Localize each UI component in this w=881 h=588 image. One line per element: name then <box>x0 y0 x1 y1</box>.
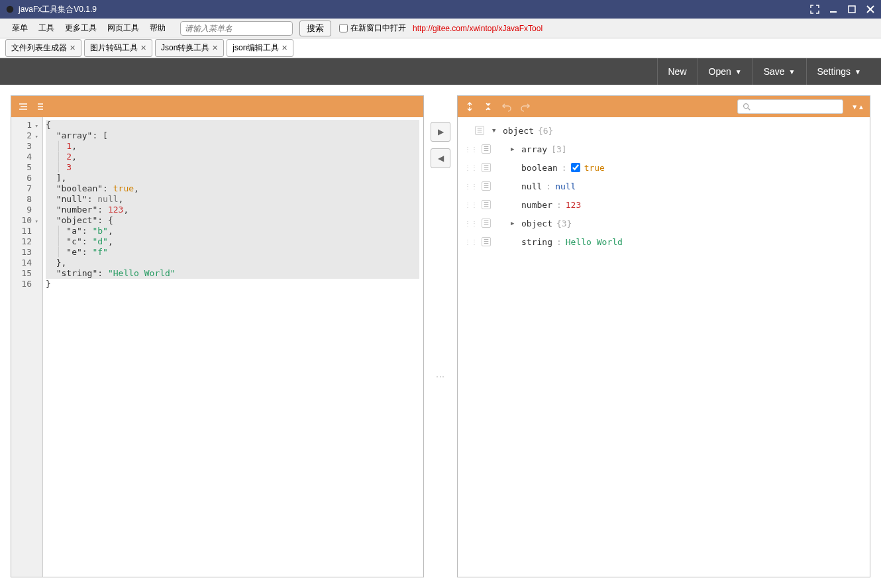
collapse-all-icon[interactable] <box>482 100 495 113</box>
tree-search-input[interactable] <box>737 99 843 114</box>
tree-value: 123 <box>566 200 581 210</box>
tree-meta: [3] <box>551 144 566 154</box>
editor-menu-bar: New Open▼ Save▼ Settings▼ <box>0 58 881 85</box>
close-icon[interactable]: ✕ <box>140 44 146 52</box>
close-icon[interactable] <box>865 4 876 15</box>
drag-handle-icon[interactable]: ⋮⋮ <box>464 146 478 153</box>
chevron-down-icon: ▼ <box>735 68 742 75</box>
tab[interactable]: 文件列表生成器✕ <box>5 39 81 57</box>
format-icon[interactable] <box>17 100 30 113</box>
expand-all-icon[interactable] <box>463 100 476 113</box>
tab[interactable]: Json转换工具✕ <box>155 39 224 57</box>
settings-button[interactable]: Settings▼ <box>806 58 872 85</box>
drag-handle-icon[interactable]: ⋮⋮ <box>464 238 478 246</box>
code-area[interactable]: { "array": [ │ 1, │ 2, │ 3 ], "boolean":… <box>43 117 423 577</box>
code-pane: 1▾2▾345678910▾111213141516 { "array": [ … <box>11 95 424 577</box>
context-menu-icon[interactable]: ☰ <box>482 200 491 209</box>
minimize-icon[interactable] <box>828 4 839 15</box>
app-icon <box>5 5 15 14</box>
svg-point-0 <box>7 6 14 13</box>
context-menu-icon[interactable]: ☰ <box>482 163 491 172</box>
tree-toolbar: ▼▲ <box>458 96 870 117</box>
code-toolbar <box>11 96 423 117</box>
context-menu-icon[interactable]: ☰ <box>482 219 491 228</box>
open-button[interactable]: Open▼ <box>698 58 752 85</box>
tab[interactable]: json编辑工具✕ <box>227 39 293 57</box>
tab[interactable]: 图片转码工具✕ <box>84 39 152 57</box>
close-icon[interactable]: ✕ <box>282 44 287 52</box>
json-tree[interactable]: ☰▼object {6}⋮⋮☰▶array [3]⋮⋮☰boolean : tr… <box>458 117 870 577</box>
tab-bar: 文件列表生成器✕图片转码工具✕Json转换工具✕json编辑工具✕ <box>0 38 881 58</box>
svg-line-12 <box>748 108 751 111</box>
workspace: 1▾2▾345678910▾111213141516 { "array": [ … <box>0 85 881 588</box>
expand-icon[interactable]: ▶ <box>511 146 517 152</box>
tree-key: array <box>521 144 547 154</box>
checkbox-label: 在新窗口中打开 <box>350 23 406 34</box>
menu-item[interactable]: 网页工具 <box>102 21 144 35</box>
expand-icon[interactable]: ▼ <box>492 127 499 134</box>
tree-row[interactable]: ⋮⋮☰▶array [3] <box>464 140 863 158</box>
redo-icon[interactable] <box>519 100 532 113</box>
tree-key: number <box>521 200 552 210</box>
new-button[interactable]: New <box>657 58 698 85</box>
maximize-icon[interactable] <box>847 4 857 15</box>
tree-row[interactable]: ⋮⋮☰null : null <box>464 177 863 195</box>
window-title: javaFx工具集合V0.1.9 <box>19 4 809 15</box>
context-menu-icon[interactable]: ☰ <box>482 237 491 246</box>
line-gutter: 1▾2▾345678910▾111213141516 <box>11 117 43 577</box>
close-icon[interactable]: ✕ <box>212 44 218 52</box>
to-code-button[interactable]: ◀ <box>431 148 450 168</box>
expand-icon[interactable]: ▶ <box>511 220 517 226</box>
tab-label: json编辑工具 <box>233 42 279 54</box>
menu-item[interactable]: 帮助 <box>144 21 171 35</box>
svg-rect-2 <box>849 6 855 13</box>
svg-point-11 <box>744 104 749 109</box>
drag-handle-icon[interactable]: ⋮⋮ <box>464 183 478 190</box>
tree-row[interactable]: ☰▼object {6} <box>464 121 863 140</box>
close-icon[interactable]: ✕ <box>70 44 76 52</box>
tree-key: object <box>521 219 552 228</box>
drag-handle-icon[interactable]: ⋮⋮ <box>464 164 478 172</box>
new-window-checkbox-input[interactable] <box>339 24 348 32</box>
menu-item[interactable]: 更多工具 <box>60 21 102 35</box>
tree-row[interactable]: ⋮⋮☰string : Hello World <box>464 232 863 251</box>
splitter-handle[interactable]: ⋮ <box>435 372 446 381</box>
title-bar: javaFx工具集合V0.1.9 <box>0 0 881 19</box>
context-menu-icon[interactable]: ☰ <box>482 144 491 154</box>
tree-meta: {6} <box>538 126 553 136</box>
context-menu-icon[interactable]: ☰ <box>482 181 491 191</box>
menu-search-input[interactable] <box>180 21 293 36</box>
drag-handle-icon[interactable]: ⋮⋮ <box>464 220 478 227</box>
tree-row[interactable]: ⋮⋮☰number : 123 <box>464 195 863 214</box>
search-button[interactable]: 搜索 <box>299 21 331 36</box>
undo-icon[interactable] <box>500 100 513 113</box>
tab-label: 图片转码工具 <box>90 42 138 54</box>
drag-handle-icon[interactable]: ⋮⋮ <box>464 201 478 209</box>
new-window-checkbox[interactable]: 在新窗口中打开 <box>339 23 406 34</box>
context-menu-icon[interactable]: ☰ <box>475 126 484 135</box>
tab-label: Json转换工具 <box>161 42 209 54</box>
chevron-down-icon: ▼ <box>789 68 796 75</box>
fullscreen-icon[interactable] <box>809 4 820 15</box>
gitee-link[interactable]: http://gitee.com/xwintop/xJavaFxTool <box>413 24 543 33</box>
tree-key: boolean <box>521 163 558 173</box>
search-icon <box>742 102 751 111</box>
menu-item[interactable]: 菜单 <box>7 21 33 35</box>
search-mode-dropdown[interactable]: ▼▲ <box>851 103 864 111</box>
middle-controls: ▶ ◀ ⋮ <box>424 95 457 577</box>
menu-item[interactable]: 工具 <box>33 21 60 35</box>
tab-label: 文件列表生成器 <box>11 42 67 54</box>
tree-value: true <box>584 163 605 173</box>
save-button[interactable]: Save▼ <box>752 58 806 85</box>
code-editor[interactable]: 1▾2▾345678910▾111213141516 { "array": [ … <box>11 117 423 577</box>
menu-bar: 菜单工具更多工具网页工具帮助 搜索 在新窗口中打开 http://gitee.c… <box>0 19 881 38</box>
tree-row[interactable]: ⋮⋮☰▶object {3} <box>464 214 863 232</box>
compact-icon[interactable] <box>35 100 48 113</box>
tree-meta: {3} <box>556 219 572 228</box>
boolean-checkbox[interactable] <box>571 163 580 172</box>
to-tree-button[interactable]: ▶ <box>431 122 450 142</box>
tree-row[interactable]: ⋮⋮☰boolean : true <box>464 158 863 177</box>
tree-pane: ▼▲ ☰▼object {6}⋮⋮☰▶array [3]⋮⋮☰boolean :… <box>457 95 870 577</box>
tree-value: null <box>555 181 576 191</box>
tree-key: string <box>521 237 552 247</box>
